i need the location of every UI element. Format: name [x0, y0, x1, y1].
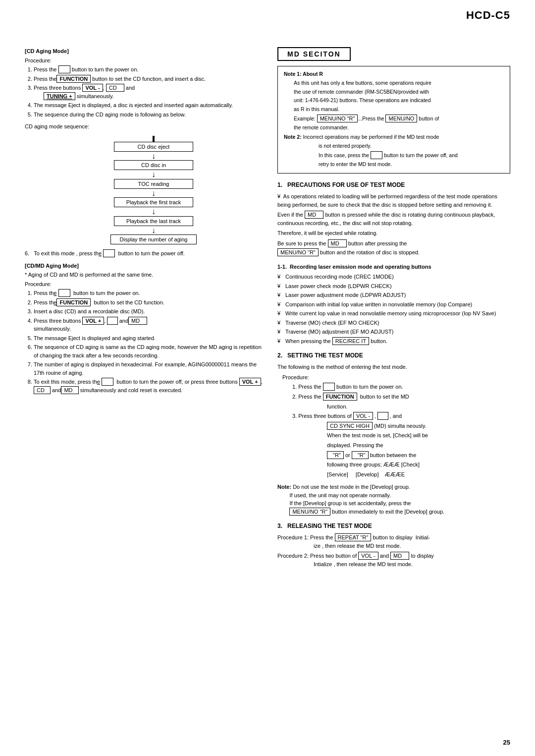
rec-rec-it-box: REC/REC IT: [332, 337, 369, 345]
flow-arrow-1: ↓: [152, 152, 156, 161]
section-1-1-bullets: Continuous recording mode (CREC 1MODE) L…: [277, 273, 510, 345]
blank-box2: [377, 412, 388, 420]
cdmd-step-2: Press theFUNCTION button to set the CD f…: [34, 298, 263, 307]
blank-box: [107, 317, 117, 325]
power-button-box: [58, 65, 70, 73]
function-btn-box3: FUNCTION: [323, 393, 357, 401]
two-column-layout: [CD Aging Mode] Procedure: Press the but…: [25, 47, 510, 574]
section1-para2: Even if the MD button is pressed while t…: [277, 211, 510, 227]
proc-step-3: 3. Press three buttons of VOL - , , and: [292, 412, 510, 421]
sequence-label: CD aging mode sequence:: [25, 122, 263, 131]
bullet-5: Write current Iop value in read nonvolat…: [277, 309, 510, 318]
right-column: MD SECITON Note 1: About R As this unit …: [277, 47, 510, 574]
section-2: 2. SETTING THE TEST MODE The following i…: [277, 351, 510, 516]
section-1-title: 1. PRECAUTIONS FOR USE OF TEST MODE: [277, 180, 510, 189]
flow-box-4: Playback the first track: [114, 197, 193, 207]
page: HCD-C5 [CD Aging Mode] Procedure: Press …: [0, 0, 535, 756]
note2-line2: In this case, press the button to turn t…: [319, 151, 504, 160]
tuning-plus-box: TUNING +: [44, 92, 75, 100]
note1-line2: the use of remote commander (RM-SC5BEN/p…: [294, 88, 504, 96]
flow-entry-top: [153, 136, 155, 142]
menu-no-box: MENU/NO: [385, 115, 417, 122]
proc-step-3f: following three groups; ÆÆÆ [Check]: [327, 461, 510, 469]
note1-line4: as R in this manual.: [294, 106, 504, 114]
bullet-4: Comparison with initial Iop value writte…: [277, 300, 510, 309]
md-box3: MD: [390, 552, 409, 560]
page-number: 25: [503, 739, 510, 746]
menu-no-example-box: MENU/NO "R": [317, 115, 358, 122]
vol-minus-box2: VOL -: [353, 412, 373, 420]
section1-para4: Be sure to press the MD button after pre…: [277, 239, 510, 248]
bullet-3: Laser power adjustment mode (LDPWR ADJUS…: [277, 291, 510, 299]
vol-minus-box3: VOL -: [358, 552, 378, 560]
section-1-1: 1-1. Recording laser emission mode and o…: [277, 263, 510, 346]
proc-step-3d: displayed. Pressing the: [327, 441, 510, 450]
bullet-6: Traverse (MO) check (EF MO CHECK): [277, 319, 510, 327]
menu-no-r-box: MENU/NO "R": [277, 248, 319, 256]
note1-line5: Example: MENU/NO "R"...Press the MENU/NO…: [294, 115, 504, 123]
vol-plus-box: VOL +: [82, 317, 104, 325]
left-column: [CD Aging Mode] Procedure: Press the but…: [25, 47, 263, 574]
power-btn-box6: [323, 383, 335, 391]
page-title: HCD-C5: [466, 9, 510, 22]
proc-step-2b: function.: [327, 403, 510, 411]
section-3: 3. RELEASING THE TEST MODE Procedure 1: …: [277, 522, 510, 568]
note2-title: Note 2: Incorrect operations may be perf…: [284, 133, 504, 141]
flow-box-6: Display the number of aging: [110, 234, 197, 244]
cdmd-step-6: The sequence of CD aging is same as the …: [34, 343, 263, 359]
asterisk-note: * Aging of CD and MD is performed at the…: [25, 271, 263, 279]
section3-proc1: Procedure 1: Press the REPEAT "R" button…: [277, 533, 510, 550]
md-btn-box2: MD: [328, 239, 347, 247]
cd-md-aging-title: [CD/MD Aging Mode]: [25, 262, 263, 270]
cd-md-procedure-label: Procedure:: [25, 280, 263, 289]
cd-sync-high-box: CD SYNC HIGH: [327, 422, 373, 430]
r-btn-box2: "R": [352, 451, 369, 459]
md-box: MD: [128, 317, 147, 325]
md-section-header: MD SECITON: [277, 47, 351, 61]
proc-step-3c: When the test mode is set, [Check] will …: [327, 431, 510, 440]
flow-box-2: CD disc in: [114, 160, 193, 170]
function-button-box: FUNCTION: [56, 75, 91, 83]
flow-arrow-3: ↓: [152, 189, 156, 198]
bullet-2: Laser power check mode (LDPWR CHECK): [277, 282, 510, 291]
section2-intro: The following is the method of entering …: [277, 363, 510, 371]
section-3-title: 3. RELEASING THE TEST MODE: [277, 522, 510, 530]
cdmd-step-7: The number of aging is displayed in hexa…: [34, 360, 263, 377]
function-btn-box2: FUNCTION: [56, 298, 91, 306]
power-btn-box2: [103, 249, 115, 257]
note2-line1: is not entered properly.: [319, 142, 504, 150]
note2-line3: retry to enter the MD test mode.: [319, 161, 504, 169]
step-4: The message Eject is displayed, a disc i…: [34, 101, 263, 110]
proc-step-3e: "R" or "R" button between the: [327, 451, 510, 460]
note1-title: Note 1: About R: [284, 70, 504, 78]
step-3: Press three buttons VOL -, CD and TUNING…: [34, 84, 263, 100]
bullet-8: When pressing the REC/REC IT button.: [277, 337, 510, 346]
cdmd-step-8: To exit this mode, press the button to t…: [34, 378, 263, 394]
proc-step-3b: CD SYNC HIGH (MD) simulta neously.: [327, 422, 510, 431]
cd-box2: CD: [34, 386, 51, 394]
cd-md-aging-steps: Press the button to turn the power on. P…: [25, 289, 263, 394]
power-btn-box4: [102, 378, 113, 386]
power-btn-box3: [58, 289, 70, 297]
power-btn-box5: [371, 151, 382, 159]
proc-step-1: 1. Press the button to turn the power on…: [292, 383, 510, 392]
bullet-7: Traverse (MO) adjustment (EF MO ADJUST): [277, 328, 510, 336]
section1-para3: Therefore, it will be ejected while rota…: [277, 229, 510, 237]
section1-para1: ¥ As operations related to loading will …: [277, 192, 510, 209]
proc-step-3g: [Service] [Develop] ÆÆÆE: [327, 470, 510, 479]
step-1: Press the button to turn the power on.: [34, 65, 263, 74]
section-2-title: 2. SETTING THE TEST MODE: [277, 351, 510, 360]
note-box: Note 1: About R As this unit has only a …: [277, 66, 510, 174]
cd-aging-steps: Press the button to turn the power on. P…: [25, 65, 263, 118]
flow-box-5: Playback the last track: [114, 216, 193, 226]
cdmd-step-5: The message Eject is displayed and aging…: [34, 334, 263, 343]
repeat-r-box: REPEAT "R": [335, 533, 372, 541]
note1-line1: As this unit has only a few buttons, som…: [294, 79, 504, 87]
r-btn-box: "R": [327, 451, 344, 459]
cd-aging-mode-title: [CD Aging Mode]: [25, 47, 263, 56]
step-6: 6. To exit this mode , press the button …: [25, 249, 263, 258]
cdmd-step-3: Insert a disc (CD) and a recordable disc…: [34, 307, 263, 316]
section-1-1-title: 1-1. Recording laser emission mode and o…: [277, 263, 510, 271]
cd-box: CD: [106, 84, 124, 92]
section2-note: Note: Do not use the test mode in the [D…: [277, 483, 510, 516]
